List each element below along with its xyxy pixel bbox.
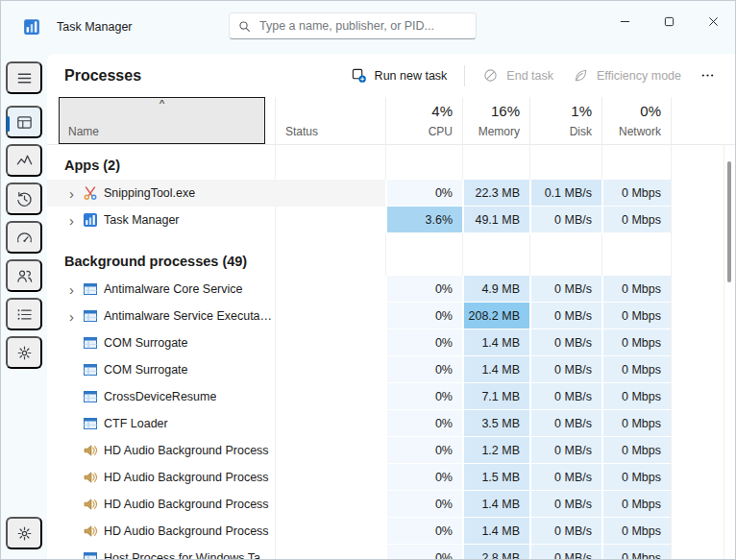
column-label-status: Status bbox=[285, 125, 318, 138]
window-title: Task Manager bbox=[57, 20, 133, 34]
process-row[interactable]: HD Audio Background Process0%1.4 MB0 MB/… bbox=[47, 518, 671, 545]
disk-cell: 0 MB/s bbox=[529, 464, 601, 491]
disk-cell: 0 MB/s bbox=[529, 207, 601, 233]
memory-cell: 1.5 MB bbox=[462, 464, 529, 491]
cpu-cell: 3.6% bbox=[385, 207, 462, 233]
more-options-button[interactable] bbox=[691, 61, 724, 90]
process-row[interactable]: HD Audio Background Process0%1.2 MB0 MB/… bbox=[47, 437, 671, 464]
memory-cell: 3.5 MB bbox=[462, 410, 529, 437]
disk-cell: 0 MB/s bbox=[529, 329, 601, 356]
group-label: Apps (2) bbox=[64, 158, 120, 173]
services-icon bbox=[15, 344, 34, 362]
process-name: COM Surrogate bbox=[104, 363, 188, 377]
process-row[interactable]: CTF Loader0%3.5 MB0 MB/s0 Mbps bbox=[47, 410, 671, 437]
network-cell: 0 Mbps bbox=[601, 180, 671, 207]
column-header-name[interactable]: ^ Name bbox=[59, 97, 265, 144]
sidebar-item-menu[interactable] bbox=[6, 61, 42, 94]
sidebar-item-details[interactable] bbox=[6, 298, 42, 330]
status-cell bbox=[275, 207, 385, 233]
group-header[interactable]: Background processes (49) bbox=[47, 247, 735, 276]
process-row[interactable]: ›Antimalware Service Executable0%208.2 M… bbox=[47, 303, 671, 329]
memory-cell: 49.1 MB bbox=[462, 207, 529, 233]
memory-total-usage: 16% bbox=[491, 103, 520, 119]
settings-icon bbox=[15, 524, 34, 543]
column-header-status[interactable]: Status bbox=[275, 97, 385, 144]
status-cell bbox=[275, 464, 385, 491]
expand-chevron-icon[interactable]: › bbox=[66, 186, 77, 201]
table-header: ^ Name Status 4% CPU 16% Memory 1% Disk bbox=[47, 97, 735, 145]
status-cell bbox=[275, 491, 385, 518]
sidebar-item-app-history[interactable] bbox=[6, 183, 42, 215]
process-row[interactable]: ›SnippingTool.exe0%22.3 MB0.1 MB/s0 Mbps bbox=[47, 180, 671, 207]
column-header-extra bbox=[671, 97, 735, 144]
more-options-icon bbox=[699, 67, 716, 84]
network-cell: 0 Mbps bbox=[601, 410, 671, 437]
process-name-cell: COM Surrogate bbox=[59, 356, 275, 383]
disk-cell: 0 MB/s bbox=[529, 303, 601, 329]
process-name: CrossDeviceResume bbox=[104, 390, 216, 403]
sidebar-item-services[interactable] bbox=[6, 336, 42, 369]
sidebar-item-startup-apps[interactable] bbox=[6, 221, 42, 254]
network-cell: 0 Mbps bbox=[601, 329, 671, 356]
minimize-button[interactable] bbox=[602, 1, 647, 41]
sidebar-item-processes[interactable] bbox=[6, 106, 42, 138]
sort-ascending-icon: ^ bbox=[159, 99, 164, 110]
process-name-cell: HD Audio Background Process bbox=[59, 518, 275, 545]
search-box[interactable] bbox=[229, 12, 477, 39]
cpu-cell: 0% bbox=[385, 464, 462, 491]
process-row[interactable]: Host Process for Windows Tasks0%2.8 MB0 … bbox=[47, 545, 671, 560]
process-row[interactable]: COM Surrogate0%1.4 MB0 MB/s0 Mbps bbox=[47, 329, 671, 356]
process-row[interactable]: COM Surrogate0%1.4 MB0 MB/s0 Mbps bbox=[47, 356, 671, 383]
status-cell bbox=[275, 383, 385, 410]
process-name-cell: ›Antimalware Service Executable bbox=[59, 303, 275, 329]
generic-app-icon bbox=[83, 550, 98, 560]
search-input[interactable] bbox=[258, 18, 467, 34]
process-table-body: Apps (2)›SnippingTool.exe0%22.3 MB0.1 MB… bbox=[47, 145, 735, 560]
column-label-name: Name bbox=[68, 125, 256, 138]
memory-cell: 2.8 MB bbox=[462, 545, 529, 560]
cpu-cell: 0% bbox=[385, 518, 462, 545]
vertical-scrollbar-thumb[interactable] bbox=[727, 161, 731, 282]
process-row[interactable]: HD Audio Background Process0%1.5 MB0 MB/… bbox=[47, 464, 671, 491]
main-content: Processes Run new task End task Efficien… bbox=[47, 54, 735, 560]
process-row[interactable]: HD Audio Background Process0%1.4 MB0 MB/… bbox=[47, 491, 671, 518]
memory-cell: 7.1 MB bbox=[462, 383, 529, 410]
efficiency-mode-button[interactable]: Efficiency mode bbox=[563, 61, 691, 90]
minimize-icon bbox=[620, 16, 630, 27]
cpu-cell: 0% bbox=[385, 356, 462, 383]
network-cell: 0 Mbps bbox=[601, 545, 671, 560]
column-header-memory[interactable]: 16% Memory bbox=[462, 97, 529, 144]
memory-cell: 1.4 MB bbox=[462, 356, 529, 383]
cpu-cell: 0% bbox=[385, 437, 462, 464]
sidebar-item-performance[interactable] bbox=[6, 144, 42, 177]
column-header-cpu[interactable]: 4% CPU bbox=[385, 97, 462, 144]
expand-chevron-icon[interactable]: › bbox=[66, 282, 77, 297]
generic-app-icon bbox=[83, 416, 98, 431]
process-row[interactable]: CrossDeviceResume0%7.1 MB0 MB/s0 Mbps bbox=[47, 383, 671, 410]
run-new-task-button[interactable]: Run new task bbox=[341, 61, 457, 90]
column-header-network[interactable]: 0% Network bbox=[601, 97, 671, 144]
cpu-cell: 0% bbox=[385, 303, 462, 329]
process-name: CTF Loader bbox=[104, 417, 168, 430]
cpu-cell: 0% bbox=[385, 180, 462, 207]
network-cell: 0 Mbps bbox=[601, 437, 671, 464]
process-name-cell: HD Audio Background Process bbox=[59, 464, 275, 491]
column-header-disk[interactable]: 1% Disk bbox=[529, 97, 601, 144]
snipping-tool-icon bbox=[83, 185, 98, 201]
process-name: HD Audio Background Process bbox=[104, 444, 269, 457]
sidebar-item-settings[interactable] bbox=[6, 517, 42, 549]
network-cell: 0 Mbps bbox=[601, 356, 671, 383]
process-row[interactable]: ›Task Manager3.6%49.1 MB0 MB/s0 Mbps bbox=[47, 207, 671, 233]
group-header[interactable]: Apps (2) bbox=[47, 151, 735, 180]
end-task-button[interactable]: End task bbox=[473, 61, 563, 90]
sidebar-item-users[interactable] bbox=[6, 259, 42, 292]
process-row[interactable]: ›Antimalware Core Service0%4.9 MB0 MB/s0… bbox=[47, 276, 671, 303]
end-task-label: End task bbox=[506, 69, 553, 83]
task-manager-icon bbox=[83, 212, 98, 228]
expand-chevron-icon[interactable]: › bbox=[66, 213, 77, 228]
expand-chevron-icon[interactable]: › bbox=[66, 309, 77, 324]
disk-cell: 0 MB/s bbox=[529, 383, 601, 410]
maximize-button[interactable] bbox=[647, 1, 691, 41]
column-separator bbox=[724, 145, 724, 560]
close-button[interactable] bbox=[691, 1, 735, 41]
